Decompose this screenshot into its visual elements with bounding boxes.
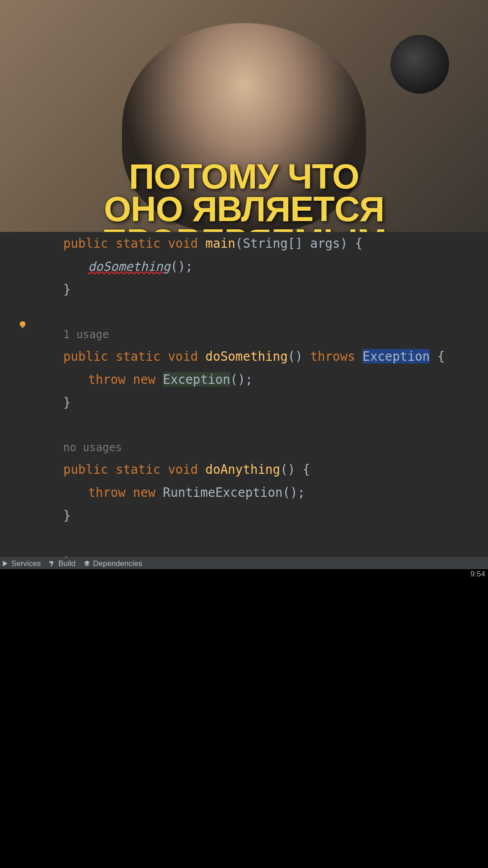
code-line[interactable]: throw new Exception(); <box>38 368 488 391</box>
code-line[interactable]: } <box>38 391 488 414</box>
call-suffix: (); <box>230 372 253 387</box>
toolbar-label: Services <box>11 559 41 568</box>
method-name: doAnything <box>206 462 281 476</box>
brace-close: } <box>63 508 71 523</box>
method-params: () { <box>280 462 310 476</box>
play-icon <box>2 560 9 567</box>
code-line[interactable]: public static void doAnything() { <box>38 458 488 481</box>
toolbar-build[interactable]: Build <box>49 559 75 568</box>
brace-close: } <box>63 395 71 410</box>
blank-line[interactable] <box>38 528 488 551</box>
video-time: 9:54 <box>0 569 488 579</box>
stack-icon <box>84 560 90 567</box>
code-line[interactable]: public static void doSomething() throws … <box>38 345 488 368</box>
toolbar-dependencies[interactable]: Dependencies <box>84 559 142 568</box>
keyword-throw: throw <box>88 372 126 387</box>
method-params: () <box>288 349 303 363</box>
keyword-void: void <box>168 462 198 476</box>
keyword-static: static <box>116 236 160 250</box>
black-fill <box>0 579 488 868</box>
video-overlay: ПОТОМУ ЧТО ОНО ЯВЛЯЕТСЯ ПРОВЕРЯЕМЫМ <box>0 0 488 232</box>
exception-type: RuntimeException <box>163 485 283 500</box>
keyword-throw: throw <box>88 485 126 500</box>
keyword-throws: throws <box>310 349 355 363</box>
toolbar-label: Dependencies <box>93 559 142 568</box>
keyword-public: public <box>63 462 108 476</box>
code-line[interactable]: } <box>38 504 488 527</box>
code-line[interactable]: doSomething(); <box>38 255 488 278</box>
code-line[interactable]: } <box>38 278 488 301</box>
microphone-graphic <box>390 35 449 94</box>
call-suffix: (); <box>283 485 305 500</box>
exception-type: Exception <box>163 372 230 387</box>
svg-marker-2 <box>3 561 8 566</box>
brace-close: } <box>63 282 71 297</box>
error-call: doSomething <box>88 259 170 274</box>
method-name: doSomething <box>206 349 288 363</box>
toolbar-services[interactable]: Services <box>2 559 41 568</box>
code-line[interactable]: throw new RuntimeException(); <box>38 481 488 504</box>
keyword-void: void <box>168 236 198 250</box>
keyword-new: new <box>133 372 155 387</box>
usage-hint[interactable]: no usages <box>38 438 488 458</box>
method-params: (String[] args) { <box>235 236 362 250</box>
selected-exception-type: Exception <box>362 349 430 363</box>
keyword-public: public <box>63 236 108 250</box>
brace-open: { <box>430 349 445 363</box>
keyword-new: new <box>133 485 155 500</box>
bottom-toolbar: Services Build Dependencies <box>0 557 488 569</box>
keyword-void: void <box>168 349 198 363</box>
code-line[interactable]: public static void main(String[] args) { <box>38 232 488 255</box>
svg-marker-6 <box>84 563 90 566</box>
blank-line[interactable] <box>38 414 488 438</box>
call-suffix: (); <box>170 259 193 274</box>
keyword-static: static <box>116 349 160 363</box>
code-editor[interactable]: public static void main(String[] args) {… <box>0 232 488 557</box>
hammer-icon <box>49 560 56 567</box>
keyword-public: public <box>63 349 108 363</box>
method-name: main <box>206 236 235 250</box>
keyword-static: static <box>116 462 160 476</box>
usage-hint[interactable]: 1 usage <box>38 325 488 345</box>
video-caption: ПОТОМУ ЧТО ОНО ЯВЛЯЕТСЯ ПРОВЕРЯЕМЫМ <box>102 160 386 232</box>
toolbar-label: Build <box>58 559 75 568</box>
blank-line[interactable] <box>38 301 488 325</box>
